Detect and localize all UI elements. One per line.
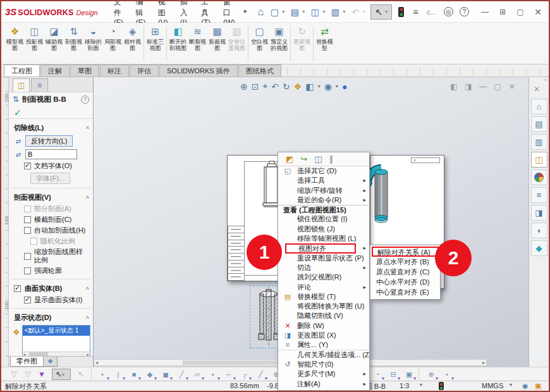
tab-property-manager[interactable]: ◫ [13, 78, 30, 92]
ok-check-icon[interactable]: ✓ [14, 107, 21, 118]
menu-lock-view-position[interactable]: 锁住视图位置 (I) [278, 214, 369, 224]
menu-jump-to-parent-view[interactable]: 跳到父视图(R) [278, 273, 369, 282]
menu-properties[interactable]: ≡属性... (Y) [278, 340, 369, 350]
crop-view-button[interactable]: ▦剪裁视图 [207, 25, 227, 51]
filter-faces-icon[interactable]: ■ [128, 369, 140, 380]
zoom-to-fit-icon[interactable]: ⊕ [240, 82, 248, 92]
submenu-align-vertical-center[interactable]: 中心竖直对齐 (E) [370, 288, 440, 298]
replace-model-button[interactable]: ⇄替换模型 [315, 25, 334, 51]
rebuild-traffic-light-icon[interactable] [398, 7, 404, 17]
3d-drawing-view-icon[interactable]: ❖ [294, 82, 302, 92]
standard-3view-button[interactable]: ⊞标准三视图 [145, 25, 165, 51]
menu-relations-snaps-options[interactable]: 几何关系/捕捉选项... (Z) [278, 350, 369, 360]
scale-hatch-pattern-row[interactable]: 缩放剖面线图样比例 [9, 247, 93, 266]
open-dropdown-icon[interactable]: ▾ [302, 9, 307, 15]
collapse-icon[interactable]: ^ [86, 315, 89, 321]
filter-sketch-icon[interactable]: ⌐ [223, 369, 235, 380]
filter-dimension-icon[interactable]: ⊟ [387, 369, 400, 380]
menu-zoom-pan-rotate[interactable]: 缩放/平移/旋转▸ [278, 186, 369, 195]
home-icon[interactable]: ⌂ [254, 6, 267, 18]
display-style-icon[interactable]: ◧ [305, 82, 314, 92]
randomize-scale-checkbox[interactable] [30, 238, 37, 245]
model-view-button[interactable]: ❖模型视图 [5, 25, 25, 51]
menu-select-other[interactable]: ◱选择其它 (D) [278, 166, 369, 176]
menu-replace-model[interactable]: ▤替换模型 (T) [278, 292, 369, 302]
new-document-button[interactable]: ▢ [268, 6, 281, 18]
tab-comment-icon[interactable]: ❖ [44, 357, 58, 367]
doc-minimize-button[interactable]: — [479, 82, 487, 91]
open-button[interactable]: ▤ [288, 6, 301, 18]
print-button[interactable]: ▥ [329, 6, 341, 18]
document-font-checkbox[interactable] [24, 162, 31, 169]
filter-toggle-icon[interactable]: ▼ [35, 369, 48, 380]
menu-hide-cutting-line[interactable]: 隐藏切割线 (V) [278, 311, 369, 321]
collapse-left-pane-icon[interactable]: ◧ [449, 82, 458, 91]
quick-measure-icon[interactable]: ∥ [329, 154, 334, 164]
collapse-icon[interactable]: ^ [86, 125, 89, 132]
menu-comment[interactable]: 评论▸ [278, 283, 369, 292]
units-dropdown-icon[interactable]: ▾ [510, 382, 512, 388]
section-section-view[interactable]: 剖面视图(V)^ [9, 191, 93, 204]
section-cut-line[interactable]: 切除线(L)^ [9, 121, 93, 134]
filter-axis-icon[interactable]: ╱ [175, 369, 188, 380]
scroll-up-icon[interactable]: ^ [544, 78, 547, 84]
display-state-selected-item[interactable]: <默认>_显示状态 1 [23, 326, 90, 336]
save-button[interactable]: ◫ [309, 6, 321, 18]
3d-views-icon[interactable]: ◆ [531, 240, 547, 256]
submenu-align-horizontal-center[interactable]: 中心水平对齐 (D) [370, 278, 440, 288]
menu-more-dimensions[interactable]: 更多尺寸(M)▸ [278, 369, 369, 379]
removed-section-button[interactable]: ◒移除的剖面 [83, 25, 103, 51]
menu-smart-dimension[interactable]: ↺智能尺寸(0) [278, 360, 369, 369]
surface-bodies-checkbox[interactable] [14, 285, 21, 292]
save-dropdown-icon[interactable]: ▾ [322, 9, 327, 15]
panel-help-icon[interactable]: ? [81, 95, 89, 104]
menu-tangent-edge[interactable]: 切边▸ [278, 263, 369, 273]
quick-insert-icon[interactable]: ↪ [300, 154, 307, 164]
tags-eye-icon[interactable]: ◉ [522, 382, 529, 390]
relative-view-button[interactable]: ◈相对视图 [123, 25, 142, 51]
tab-sketch[interactable]: 草图 [70, 64, 99, 77]
help-icon[interactable]: ? [460, 7, 469, 16]
defeature-icon[interactable]: ◨ [531, 205, 547, 221]
scale-hatch-pattern-checkbox[interactable] [24, 253, 31, 260]
filter-solid-icon[interactable]: ◼ [159, 369, 172, 380]
tab-sheet-format[interactable]: 图纸格式 [238, 64, 281, 77]
emphasize-outline-row[interactable]: 强调轮廓 [9, 266, 93, 276]
view-palette-icon[interactable]: ◫ [531, 152, 547, 168]
filter-sketch-point-icon[interactable]: ▪ [207, 369, 219, 380]
zoom-to-area-icon[interactable]: ⊡ [252, 82, 259, 92]
alternate-position-view-button[interactable]: ▥交替位置视图 [227, 25, 247, 51]
solidworks-resources-icon[interactable]: ▤ [531, 116, 547, 132]
menu-view-alignment[interactable]: 视图对齐▸ [278, 243, 369, 253]
hide-show-dropdown-icon[interactable]: ▾ [336, 83, 338, 89]
submenu-align-horizontal-origin[interactable]: 原点水平对齐 (B) [370, 257, 440, 267]
tab-drawing[interactable]: 工程图 [4, 64, 40, 77]
zoom-in-out-icon[interactable]: ⌖ [262, 81, 267, 92]
detail-view-button[interactable]: ◔局部视图 [103, 25, 123, 51]
break-view-button[interactable]: ≋断裂视图 [188, 25, 207, 51]
lasso-cursor-icon[interactable]: ↖ [75, 369, 87, 380]
filter-off-icon[interactable]: ▽ [8, 369, 20, 380]
scroll-right-icon[interactable]: ▸ [482, 360, 485, 365]
pin-menu-icon[interactable]: ✦ [242, 8, 248, 16]
menu-remove-isometric-view[interactable]: 移除等轴测视图 (L) [278, 234, 369, 243]
section-surface-bodies[interactable]: 曲面实体(B)^ [9, 282, 93, 295]
rotate-view-icon[interactable]: ↻ [283, 82, 290, 92]
filter-section-icon[interactable]: ◔ [371, 369, 384, 380]
submenu-break-alignment[interactable]: 解除对齐关系 (A) [372, 247, 439, 257]
select-tool-button[interactable]: ↖▾ [370, 4, 392, 20]
doc-close-button[interactable]: ✕ [508, 82, 516, 91]
print-dropdown-icon[interactable]: ▾ [343, 9, 348, 15]
filter-midpoint-icon[interactable]: ╱ [254, 369, 267, 380]
hide-show-items-icon[interactable]: ◉ [324, 82, 332, 92]
maximize-button[interactable]: ▢ [513, 6, 527, 18]
tab-part-drawing[interactable]: 零件图 [10, 357, 44, 367]
slice-section-checkbox[interactable] [24, 216, 31, 223]
update-view-button[interactable]: ↻更新视图 [292, 25, 312, 51]
submenu-align-vertical-origin[interactable]: 原点竖直对齐 (C) [370, 267, 440, 278]
undo-button[interactable]: ↶ [349, 6, 362, 18]
display-state-listbox[interactable]: <默认>_显示状态 1 ◂▸ [22, 325, 90, 358]
sheet-scale[interactable]: 1:3 [400, 382, 409, 389]
auto-hatch-row[interactable]: 自动加剖面线(H) [9, 225, 93, 236]
menu-lock-view-focus[interactable]: 视图锁焦 (J) [278, 224, 369, 234]
